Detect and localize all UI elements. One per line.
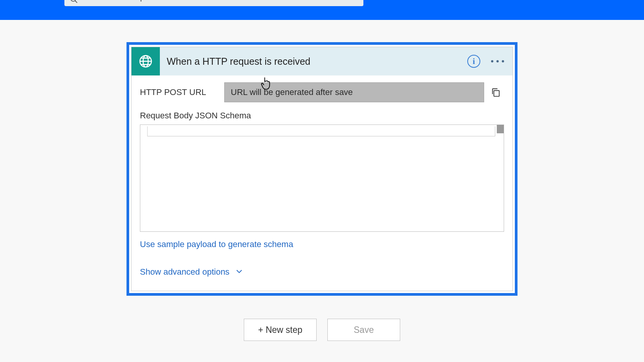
trigger-header[interactable]: When a HTTP request is received i: [131, 47, 513, 75]
trigger-body: HTTP POST URL URL will be generated afte…: [131, 75, 513, 291]
svg-line-1: [75, 1, 77, 3]
http-post-url-value: URL will be generated after save: [231, 87, 353, 97]
show-advanced-label: Show advanced options: [140, 267, 230, 277]
flow-canvas: When a HTTP request is received i HTTP P…: [0, 20, 644, 341]
info-icon[interactable]: i: [467, 55, 480, 68]
new-step-button[interactable]: + New step: [244, 319, 317, 341]
search-placeholder-text: Search for helpful resources: [85, 0, 196, 2]
copy-url-button[interactable]: [487, 87, 504, 98]
http-request-icon: [131, 47, 160, 75]
schema-inner-border: [147, 126, 495, 136]
schema-textarea[interactable]: [140, 124, 504, 232]
http-post-url-field: URL will be generated after save: [224, 82, 484, 102]
show-advanced-toggle[interactable]: Show advanced options: [140, 267, 504, 277]
trigger-card[interactable]: When a HTTP request is received i HTTP P…: [131, 47, 513, 291]
more-menu-icon[interactable]: [491, 60, 504, 62]
scrollbar-handle[interactable]: [497, 125, 504, 133]
chevron-down-icon: [235, 267, 243, 277]
save-button[interactable]: Save: [327, 319, 400, 341]
schema-label: Request Body JSON Schema: [140, 111, 504, 121]
http-post-url-row: HTTP POST URL URL will be generated afte…: [140, 82, 504, 102]
svg-point-0: [71, 0, 76, 2]
svg-rect-5: [494, 90, 499, 96]
search-icon: [70, 0, 78, 5]
footer-actions: + New step Save: [244, 319, 400, 341]
trigger-title: When a HTTP request is received: [160, 56, 467, 67]
http-post-url-label: HTTP POST URL: [140, 87, 224, 97]
trigger-card-selected-frame: When a HTTP request is received i HTTP P…: [127, 42, 518, 296]
top-nav-bar: Search for helpful resources: [0, 0, 644, 20]
search-box[interactable]: Search for helpful resources: [64, 0, 363, 6]
use-sample-payload-link[interactable]: Use sample payload to generate schema: [140, 239, 504, 249]
